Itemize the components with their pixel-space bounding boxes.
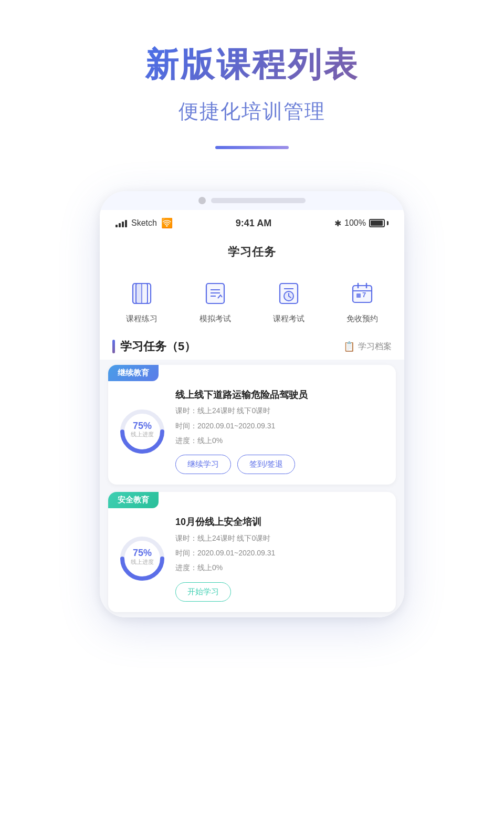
section-accent-bar [112,340,115,353]
status-time: 9:41 AM [236,218,271,229]
carrier-label: Sketch [131,218,157,228]
clock-exam-icon [274,278,304,309]
svg-rect-17 [356,293,361,298]
section-link-record[interactable]: 📋 学习档案 [343,341,392,352]
btn-start-study-1[interactable]: 开始学习 [175,582,231,602]
nav-label-course-exam: 课程考试 [273,314,304,324]
nav-item-course-exam[interactable]: 课程考试 [273,278,304,324]
sub-title: 便捷化培训管理 [178,98,326,125]
book-icon [127,278,157,309]
battery-pct-label: 100% [344,218,366,228]
page-title: 学习任务 [228,244,276,260]
status-right: ✱ 100% [334,218,388,228]
status-bar: Sketch 🛜 9:41 AM ✱ 100% [100,210,404,236]
svg-rect-3 [133,284,142,303]
progress-pct-1: 75% [131,548,154,559]
record-icon: 📋 [343,341,355,352]
status-left: Sketch 🛜 [116,217,173,229]
course-cards-area: 继续教育 75% 线上进度 线上线下道路运输危险品驾驶员 [100,360,404,617]
progress-sub-0: 线上进度 [131,432,154,438]
course-name-0: 线上线下道路运输危险品驾驶员 [175,388,385,402]
nav-label-free-booking: 免收预约 [346,314,378,324]
course-info-1: 10月份线上安全培训 课时：线上24课时 线下0课时 时间：2020.09.01… [175,516,385,601]
section-link-label: 学习档案 [358,341,392,352]
section-header: 学习任务（5） 📋 学习档案 [100,329,404,360]
btn-continue-study-0[interactable]: 继续学习 [175,455,231,474]
icon-nav-row: 课程练习 模拟考试 [100,268,404,329]
course-card-1: 安全教育 75% 线上进度 10月份线上安全培训 [108,492,396,612]
signal-bar-3 [122,222,124,227]
course-card-0: 继续教育 75% 线上进度 线上线下道路运输危险品驾驶员 [108,365,396,485]
signal-bar-4 [125,220,127,227]
calendar-icon: 7 [347,278,377,309]
signal-bars-icon [116,219,127,227]
progress-label-1: 75% 线上进度 [131,548,154,565]
course-card-body-1: 75% 线上进度 10月份线上安全培训 课时：线上24课时 线下0课时 时间：2… [108,508,396,612]
course-actions-0: 继续学习 签到/签退 [175,455,385,474]
header-section: 新版课程列表 便捷化培训管理 [0,0,504,191]
bluetooth-icon: ✱ [334,218,341,228]
battery-indicator [369,219,388,227]
course-actions-1: 开始学习 [175,582,385,602]
nav-label-mock-exam: 模拟考试 [200,314,231,324]
btn-checkin-0[interactable]: 签到/签退 [237,455,295,474]
course-info-0: 线上线下道路运输危险品驾驶员 课时：线上24课时 线下0课时 时间：2020.0… [175,388,385,474]
course-name-1: 10月份线上安全培训 [175,516,385,529]
progress-sub-1: 线上进度 [131,559,154,565]
signal-bar-2 [119,223,121,227]
section-title-wrapper: 学习任务（5） [112,339,196,354]
signal-bar-1 [116,225,118,227]
progress-circle-0: 75% 线上进度 [119,408,166,455]
phone-top-bar [100,191,404,210]
exam-icon [200,278,230,309]
course-time-0: 时间：2020.09.01~2020.09.31 [175,420,385,432]
progress-label-0: 75% 线上进度 [131,421,154,438]
phone-mockup: Sketch 🛜 9:41 AM ✱ 100% 学习任务 [100,191,404,617]
notch-dot [198,197,206,204]
nav-item-mock-exam[interactable]: 模拟考试 [200,278,231,324]
battery-fill [371,220,383,226]
course-time-1: 时间：2020.09.01~2020.09.31 [175,547,385,559]
nav-item-course-practice[interactable]: 课程练习 [126,278,158,324]
progress-pct-0: 75% [131,421,154,432]
divider-bar [215,146,289,149]
main-title: 新版课程列表 [145,42,359,88]
course-hours-0: 课时：线上24课时 线下0课时 [175,405,385,416]
nav-item-free-booking[interactable]: 7 免收预约 [346,278,378,324]
course-progress-0: 进度：线上0% [175,435,385,446]
course-hours-1: 课时：线上24课时 线下0课时 [175,532,385,544]
page-wrapper: 新版课程列表 便捷化培训管理 Sketch 🛜 9:41 AM [0,0,504,840]
progress-circle-1: 75% 线上进度 [119,535,166,582]
section-title: 学习任务（5） [120,339,196,354]
battery-tip [387,221,388,225]
course-card-body-0: 75% 线上进度 线上线下道路运输危险品驾驶员 课时：线上24课时 线下0课时 … [108,381,396,485]
wifi-icon: 🛜 [161,217,173,229]
svg-text:7: 7 [362,291,366,299]
battery-box [369,219,385,227]
notch-bar [211,198,306,203]
course-progress-1: 进度：线上0% [175,562,385,573]
page-title-bar: 学习任务 [100,236,404,268]
course-tag-1: 安全教育 [108,492,159,508]
nav-label-course-practice: 课程练习 [126,314,158,324]
course-tag-0: 继续教育 [108,365,159,381]
